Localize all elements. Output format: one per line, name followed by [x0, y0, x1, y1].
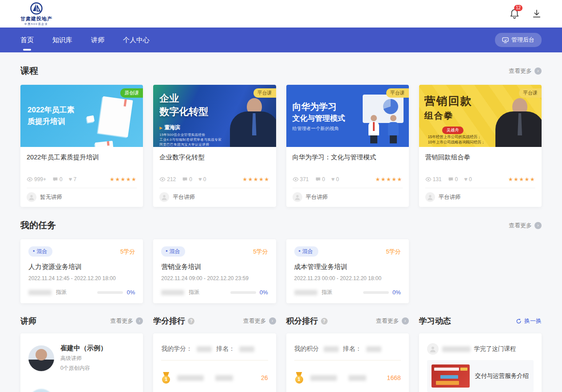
redacted-user-name — [215, 375, 233, 381]
nav-item-knowledge-base[interactable]: 知识库 — [52, 33, 72, 47]
admin-backend-button[interactable]: 管理后台 — [495, 33, 542, 47]
task-card[interactable]: 混合 5学分 成本管理业务培训 2022.11.23 00:00 - 2022.… — [286, 239, 409, 303]
ranking-list-item[interactable]: 1 1668 — [294, 372, 401, 384]
assign-label: 指派 — [322, 289, 332, 296]
tasks-view-more-link[interactable]: 查看更多 › — [509, 222, 542, 230]
comments-count: 0 — [59, 176, 63, 182]
task-credits: 5学分 — [120, 248, 135, 256]
likes-count: 0 — [336, 176, 339, 182]
course-card[interactable]: 平台课 向华为学习 文化与管理模式 给管理者一个新的视角 向华为学习：文化与管理… — [286, 85, 409, 207]
instructors-view-more-link[interactable]: 查看更多 › — [110, 317, 143, 325]
points-ranking-view-more-link[interactable]: 查看更多 › — [376, 317, 409, 325]
activity-refresh-button[interactable]: 换一换 — [516, 317, 542, 325]
course-title: 企业数字化转型 — [159, 153, 269, 162]
comments-icon — [315, 177, 321, 182]
assign-label: 指派 — [189, 289, 199, 296]
task-type-badge: 混合 — [28, 246, 52, 257]
instructor-avatar-icon — [159, 192, 169, 202]
redacted-assigner-name — [161, 290, 184, 295]
activity-action-text: 学完了这门课程 — [474, 345, 516, 353]
points-ranking-column: 积分排行 ? 查看更多 › 我的积分 排名： — [286, 306, 409, 392]
course-thumbnail: 平台课 企业 数字化转型 董海滨 15年500强企业管理实战经验 工业4.0与智… — [153, 85, 276, 147]
gold-medal-icon: 1 — [161, 372, 171, 384]
activity-section-title: 学习动态 — [419, 316, 451, 326]
redacted-points-value — [324, 346, 339, 352]
rank-label: 排名： — [216, 345, 235, 353]
points-value: 1668 — [387, 374, 401, 381]
task-title: 营销业务培训 — [161, 263, 268, 271]
credit-ranking-view-more-link[interactable]: 查看更多 › — [243, 317, 276, 325]
course-card[interactable]: 平台课 营销回款 组合拳 吴越舟 15年经营上市公司的实战经历； 10年上市公司… — [419, 85, 542, 207]
course-thumbnail — [431, 364, 470, 388]
refresh-label: 换一换 — [524, 317, 542, 325]
ranking-list-item[interactable]: 1 26 — [161, 372, 268, 384]
company-logo[interactable]: 甘肃建投地产 中国500强企业 — [20, 2, 52, 26]
nav-item-instructors[interactable]: 讲师 — [91, 33, 104, 47]
redacted-user-name — [348, 375, 366, 381]
redacted-assigner-name — [294, 290, 317, 295]
nav-item-personal-center[interactable]: 个人中心 — [123, 33, 150, 47]
book-illustration — [87, 115, 95, 123]
course-card[interactable]: 原创课 2022年员工素 质提升培训 2022年员工素质提升培训 999+ 0 … — [20, 85, 143, 207]
instructor-name: 崔建中（示例） — [60, 344, 107, 352]
redacted-credits-value — [197, 346, 212, 352]
activity-course-title: 交付与运营服务介绍 — [475, 372, 529, 380]
redacted-user-name — [310, 375, 337, 381]
courses-view-more-link[interactable]: 查看更多 › — [509, 67, 542, 75]
instructor-list-item[interactable] — [28, 386, 135, 392]
my-credits-label: 我的学分： — [161, 345, 192, 353]
task-date-range: 2022.11.24 09:00 - 2022.12.20 23:59 — [161, 275, 268, 281]
credit-value: 26 — [261, 374, 268, 381]
download-button[interactable] — [532, 9, 542, 19]
course-thumbnail: 原创课 2022年员工素 质提升培训 — [20, 85, 143, 147]
instructors-section-title: 讲师 — [20, 316, 36, 326]
comments-icon — [52, 177, 58, 182]
redacted-user-name — [442, 346, 471, 352]
help-icon[interactable]: ? — [321, 318, 328, 325]
star-rating: ★★★★★ — [110, 176, 137, 182]
logo-subtitle: 中国500强企业 — [24, 22, 48, 26]
thumb-desc-line: 15年经营上市公司的实战经历； — [428, 135, 481, 140]
course-card[interactable]: 平台课 企业 数字化转型 董海滨 15年500强企业管理实战经验 工业4.0与智… — [153, 85, 276, 207]
nav-label-instructors: 讲师 — [91, 36, 104, 44]
instructor-list-item[interactable]: 崔建中（示例） 高级讲师 0个原创内容 — [28, 341, 135, 380]
chevron-right-icon: › — [136, 317, 143, 325]
thumb-desc-line: 10年上市公司战略咨询顾问经历； — [428, 140, 485, 145]
star-rating: ★★★★★ — [375, 176, 402, 182]
help-icon[interactable]: ? — [188, 318, 194, 325]
instructor-photo — [28, 345, 54, 371]
course-badge: 平台课 — [253, 88, 276, 98]
course-badge: 原创课 — [120, 88, 143, 98]
instructor-photo — [28, 389, 54, 392]
nav-item-home[interactable]: 首页 — [20, 33, 34, 47]
notifications-button[interactable]: 12 — [510, 8, 519, 19]
heart-icon: ♥ — [331, 176, 335, 182]
course-thumbnail: 平台课 向华为学习 文化与管理模式 给管理者一个新的视角 — [286, 85, 409, 147]
credit-ranking-section-title: 学分排行 — [153, 316, 185, 326]
learning-activity-column: 学习动态 换一换 学完了这门课程 — [419, 306, 542, 392]
rank-number: 1 — [295, 376, 303, 384]
thumb-text: 营销回款 — [424, 94, 472, 108]
activity-course-card[interactable]: 交付与运营服务介绍 — [427, 360, 534, 392]
progress-value: 0% — [260, 289, 268, 296]
nav-label-personal-center: 个人中心 — [123, 36, 150, 44]
course-title: 向华为学习：文化与管理模式 — [293, 153, 403, 162]
progress-value: 0% — [392, 289, 401, 296]
user-avatar-icon — [427, 343, 439, 355]
notification-count-badge: 12 — [514, 5, 522, 11]
nav-label-knowledge-base: 知识库 — [52, 36, 72, 44]
course-title: 2022年员工素质提升培训 — [27, 153, 137, 162]
task-card[interactable]: 混合 5学分 人力资源业务培训 2022.11.24 12:45 - 2022.… — [20, 239, 143, 303]
progress-bar — [363, 291, 389, 294]
book-illustration — [98, 96, 133, 138]
thumb-desc-line: 15年500强企业管理实战经验 — [159, 133, 205, 137]
progress-value: 0% — [127, 289, 135, 296]
redacted-assigner-name — [28, 290, 51, 295]
views-icon — [425, 177, 431, 182]
main-navbar: 首页 知识库 讲师 个人中心 管理后台 — [0, 28, 562, 52]
instructor-name: 平台讲师 — [173, 194, 195, 201]
view-more-label: 查看更多 — [509, 67, 532, 75]
thumb-desc-line: 阿里巴巴集团淘宝大学认证讲师 — [159, 143, 209, 147]
task-card[interactable]: 混合 5学分 营销业务培训 2022.11.24 09:00 - 2022.12… — [153, 239, 276, 303]
instructor-avatar-icon — [425, 192, 435, 202]
